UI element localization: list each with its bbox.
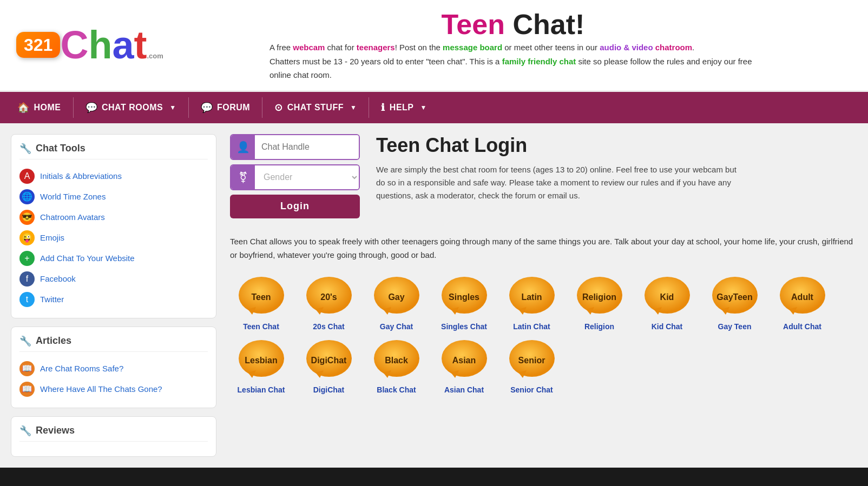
desc-mid4: . xyxy=(692,43,694,52)
reviews-label: Reviews xyxy=(36,425,75,436)
chat-room-label[interactable]: Latin Chat xyxy=(513,322,550,331)
main-nav: 🏠 HOME 💬 CHAT ROOMS ▼ 💬 FORUM ⊙ CHAT STU… xyxy=(0,92,868,123)
chat-room-label[interactable]: Gay Chat xyxy=(380,322,413,331)
chat-room-label[interactable]: Teen Chat xyxy=(243,322,279,331)
desc-message-board[interactable]: message board xyxy=(443,43,502,52)
title-teen: Teen xyxy=(441,9,505,40)
sidebar-twitter-label: Twitter xyxy=(40,295,64,304)
chat-room-item[interactable]: Singles Singles Chat xyxy=(433,276,495,331)
sidebar-link-initials[interactable]: A Initials & Abbreviations xyxy=(19,166,208,187)
chat-bubble: 20's xyxy=(305,276,353,319)
site-header: 321 Chat.com Teen Chat! A free webcam ch… xyxy=(0,0,868,92)
chat-bubble-text: DigiChat xyxy=(311,355,347,365)
nav-help[interactable]: ℹ HELP ▼ xyxy=(369,92,439,123)
chat-room-item[interactable]: 20's 20s Chat xyxy=(298,276,360,331)
chat-room-label[interactable]: DigiChat xyxy=(313,385,345,394)
chat-room-label[interactable]: Lesbian Chat xyxy=(238,385,285,394)
chat-room-item[interactable]: Adult Adult Chat xyxy=(771,276,833,331)
gender-select[interactable]: Gender Male Female Other xyxy=(255,165,359,189)
chat-bubble: Black xyxy=(372,339,421,382)
gender-icon: ⚧ xyxy=(231,165,255,189)
sidebar-add-chat-label: Add Chat To Your Website xyxy=(40,254,135,263)
chat-room-label[interactable]: Singles Chat xyxy=(441,322,487,331)
header-description: A free webcam chat for teenagers! Post o… xyxy=(269,41,757,82)
sidebar-gone-label: Where Have All The Chats Gone? xyxy=(40,384,162,394)
chat-room-item[interactable]: GayTeen Gay Teen xyxy=(703,276,766,331)
chat-room-label[interactable]: Senior Chat xyxy=(510,385,553,394)
login-desc: We are simply the best chat room for tee… xyxy=(376,163,744,202)
sidebar-link-facebook[interactable]: f Facebook xyxy=(19,269,208,289)
chat-bubble-text: Senior xyxy=(518,355,545,365)
chat-tools-title: 🔧 Chat Tools xyxy=(19,143,208,159)
chat-room-label[interactable]: Black Chat xyxy=(377,385,416,394)
chat-room-item[interactable]: DigiChat DigiChat xyxy=(298,339,360,394)
sidebar-link-gone[interactable]: 📖 Where Have All The Chats Gone? xyxy=(19,379,208,400)
chat-room-label[interactable]: Adult Chat xyxy=(783,322,821,331)
chat-room-item[interactable]: Black Black Chat xyxy=(365,339,428,394)
safe-icon: 📖 xyxy=(19,361,35,376)
nav-forum-label: FORUM xyxy=(217,103,250,112)
sidebar-link-emojis[interactable]: 😜 Emojis xyxy=(19,228,208,248)
sidebar-link-add-chat[interactable]: + Add Chat To Your Website xyxy=(19,248,208,269)
nav-chat-stuff[interactable]: ⊙ CHAT STUFF ▼ xyxy=(262,92,369,123)
desc-pre: A free xyxy=(269,43,293,52)
chat-room-label[interactable]: Religion xyxy=(584,322,614,331)
chat-room-label[interactable]: Kid Chat xyxy=(652,322,683,331)
desc-teenagers[interactable]: teenagers xyxy=(357,43,395,52)
chat-room-item[interactable]: Asian Asian Chat xyxy=(433,339,495,394)
nav-chat-rooms[interactable]: 💬 CHAT ROOMS ▼ xyxy=(74,92,188,123)
chat-room-item[interactable]: Gay Gay Chat xyxy=(365,276,428,331)
reviews-icon: 🔧 xyxy=(19,425,31,437)
chat-room-item[interactable]: Latin Latin Chat xyxy=(501,276,563,331)
desc-audio-video[interactable]: audio & video xyxy=(600,43,653,52)
gone-icon: 📖 xyxy=(19,382,35,397)
login-title: Teen Chat Login xyxy=(376,134,744,157)
chat-bubble-text: Religion xyxy=(582,292,616,302)
logo[interactable]: 321 Chat.com xyxy=(16,25,163,64)
desc-mid1: chat for xyxy=(325,43,356,52)
desc-webcam[interactable]: webcam xyxy=(293,43,325,52)
articles-box: 🔧 Articles 📖 Are Chat Rooms Safe? 📖 Wher… xyxy=(11,327,216,408)
twitter-icon: t xyxy=(19,292,35,307)
chat-room-label[interactable]: Gay Teen xyxy=(718,322,752,331)
chat-tools-box: 🔧 Chat Tools A Initials & Abbreviations … xyxy=(11,134,216,318)
login-button[interactable]: Login xyxy=(230,195,360,218)
sidebar-link-avatars[interactable]: 😎 Chatroom Avatars xyxy=(19,207,208,228)
chat-room-item[interactable]: Teen Teen Chat xyxy=(230,276,292,331)
logo-c: C xyxy=(60,25,88,64)
chat-room-item[interactable]: Lesbian Lesbian Chat xyxy=(230,339,292,394)
chat-room-item[interactable]: Religion Religion xyxy=(568,276,630,331)
nav-chat-rooms-label: CHAT ROOMS xyxy=(102,103,163,112)
nav-forum[interactable]: 💬 FORUM xyxy=(189,92,262,123)
chat-rooms-grid: Teen Teen Chat 20's 20s Chat Gay xyxy=(230,276,857,394)
chat-room-label[interactable]: 20s Chat xyxy=(313,322,344,331)
chat-room-item[interactable]: Kid Kid Chat xyxy=(636,276,698,331)
chat-handle-input[interactable] xyxy=(255,135,360,159)
main-description: Teen Chat allows you to speak freely wit… xyxy=(230,235,857,262)
logo-dot-com: .com xyxy=(147,52,163,59)
desc-chatroom[interactable]: chatroom xyxy=(655,43,692,52)
main-content-area: 👤 ⚧ Gender Male Female Other Login Teen … xyxy=(216,134,857,457)
chat-bubble-text: Latin xyxy=(521,292,542,302)
sidebar-link-twitter[interactable]: t Twitter xyxy=(19,289,208,310)
chat-rooms-section: Teen Teen Chat 20's 20s Chat Gay xyxy=(230,276,857,394)
desc-mid3: or meet other teens in our xyxy=(502,43,600,52)
chat-bubble-text: GayTeen xyxy=(716,292,752,302)
chat-room-item[interactable]: Senior Senior Chat xyxy=(501,339,563,394)
chat-room-label[interactable]: Asian Chat xyxy=(444,385,484,394)
logo-chat-word: Chat.com xyxy=(60,25,163,64)
chat-bubble: Kid xyxy=(643,276,692,319)
sidebar-link-timezones[interactable]: 🌐 World Time Zones xyxy=(19,187,208,207)
chat-rooms-icon: 💬 xyxy=(86,102,98,114)
desc-family-friendly[interactable]: family friendly chat xyxy=(502,57,576,66)
chat-bubble-text: Adult xyxy=(791,292,813,302)
handle-icon: 👤 xyxy=(231,135,255,159)
nav-home[interactable]: 🏠 HOME xyxy=(5,92,73,123)
chat-bubble: Singles xyxy=(440,276,489,319)
chat-bubble: GayTeen xyxy=(711,276,759,319)
chat-tools-icon: 🔧 xyxy=(19,143,31,155)
initials-icon: A xyxy=(19,169,35,184)
sidebar-emojis-label: Emojis xyxy=(40,233,64,242)
sidebar-timezones-label: World Time Zones xyxy=(40,192,106,201)
sidebar-link-safe[interactable]: 📖 Are Chat Rooms Safe? xyxy=(19,358,208,379)
